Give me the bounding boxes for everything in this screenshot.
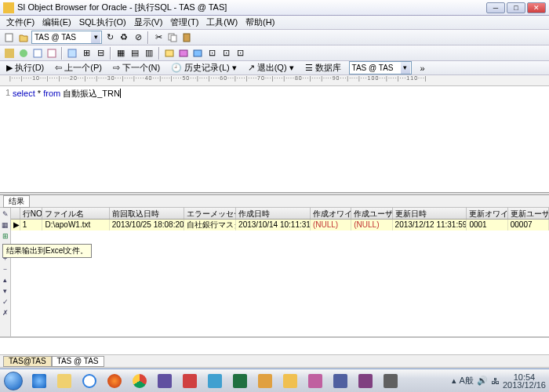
tool-minus-icon[interactable]: － xyxy=(1,264,10,274)
result-grid[interactable]: 行NOファイル名前回取込日時エラーメッセージ作成日時作成オワイID作成ユーザID… xyxy=(11,208,549,336)
tb-icon-16[interactable]: ⊡ xyxy=(234,47,246,60)
exit-button[interactable]: ↗ 退出(Q) ▾ xyxy=(245,62,297,74)
tb-icon-2[interactable] xyxy=(17,47,30,60)
ime-status[interactable]: A般 xyxy=(460,375,474,387)
cell[interactable]: 1 xyxy=(20,220,43,230)
tray-arrow-icon[interactable]: ▴ xyxy=(452,376,456,386)
tb-icon-1[interactable] xyxy=(3,47,16,60)
tb-icon-7[interactable]: ⊟ xyxy=(94,47,107,60)
cell[interactable]: 2013/10/14 10:11:31 xyxy=(236,220,311,230)
tb-icon-15[interactable]: ⊡ xyxy=(220,47,232,60)
task-firefox-icon[interactable] xyxy=(103,372,126,390)
tool-grid-icon[interactable]: ▦ xyxy=(1,220,10,230)
tool-excel-icon[interactable]: ⊞ xyxy=(1,231,10,241)
tb-icon-5[interactable] xyxy=(66,47,78,60)
close-button[interactable]: ✕ xyxy=(527,2,546,13)
new-icon[interactable] xyxy=(3,31,16,44)
menu-item-4[interactable]: 管理(T) xyxy=(167,16,202,29)
cell[interactable]: D:\apoW1.txt xyxy=(42,220,109,230)
cell[interactable]: (NULL) xyxy=(351,220,392,230)
schema-button[interactable]: ☰ 数据库 xyxy=(302,62,344,74)
col-header[interactable] xyxy=(11,208,20,219)
tray-vol-icon[interactable]: 🔊 xyxy=(477,376,488,386)
menu-item-2[interactable]: SQL执行(O) xyxy=(76,16,129,29)
task-app6-icon[interactable] xyxy=(304,372,327,390)
nav-icon-extra[interactable]: » xyxy=(416,62,429,74)
task-app4-icon[interactable] xyxy=(253,372,277,390)
menu-item-1[interactable]: 编辑(E) xyxy=(39,16,75,29)
stop-icon[interactable]: ⊘ xyxy=(132,31,144,44)
minimize-button[interactable]: ─ xyxy=(486,2,505,13)
tray-net-icon[interactable]: 🖧 xyxy=(491,376,500,386)
conn-tab-2[interactable]: TAS @ TAS xyxy=(52,356,104,367)
paste-icon[interactable] xyxy=(180,31,193,44)
tb-icon-8[interactable]: ▦ xyxy=(115,47,127,60)
next-button[interactable]: ⇨ 下一个(N) xyxy=(110,62,163,74)
task-app7-icon[interactable] xyxy=(329,372,352,390)
sql-editor[interactable]: 1 select * from 自動振込_TRN xyxy=(0,86,549,192)
cell[interactable]: 0001 xyxy=(467,220,507,230)
col-header[interactable]: 前回取込日時 xyxy=(110,208,184,219)
task-ie-icon[interactable] xyxy=(27,372,51,390)
col-header[interactable]: 行NO xyxy=(20,208,43,219)
tool-edit-icon[interactable]: ✎ xyxy=(1,209,10,219)
copy-icon[interactable] xyxy=(166,31,179,44)
tb-icon-14[interactable]: ⊡ xyxy=(205,47,218,60)
tool-down-icon[interactable]: ▾ xyxy=(1,286,10,296)
menu-item-5[interactable]: 工具(W) xyxy=(203,16,241,29)
tb-icon-10[interactable]: ▥ xyxy=(143,47,155,60)
task-app8-icon[interactable] xyxy=(354,372,377,390)
refresh-icon[interactable]: ↻ xyxy=(104,31,116,44)
tray-clock[interactable]: 10:54 2013/12/16 xyxy=(503,373,546,389)
cell[interactable]: (NULL) xyxy=(311,220,351,230)
col-header[interactable]: エラーメッセージ xyxy=(184,208,236,219)
tb-icon-6[interactable]: ⊞ xyxy=(80,47,93,60)
task-chrome-icon[interactable] xyxy=(128,372,151,390)
task-excel-icon[interactable] xyxy=(228,372,252,390)
tb-icon-9[interactable]: ▤ xyxy=(129,47,141,60)
maximize-button[interactable]: □ xyxy=(507,2,525,13)
cell[interactable]: 2013/12/12 11:31:59 xyxy=(393,220,467,230)
task-app2-icon[interactable] xyxy=(178,372,202,390)
menu-item-0[interactable]: 文件(F) xyxy=(3,16,38,29)
tool-check-icon[interactable]: ✓ xyxy=(1,297,10,307)
task-app9-icon[interactable] xyxy=(379,372,402,390)
tool-up-icon[interactable]: ▴ xyxy=(1,275,10,285)
start-button[interactable] xyxy=(0,369,27,393)
col-header[interactable]: 更新オワイID xyxy=(467,208,507,219)
tb-icon-4[interactable] xyxy=(45,47,58,60)
col-header[interactable]: 更新日時 xyxy=(393,208,467,219)
col-header[interactable]: 作成オワイID xyxy=(311,208,351,219)
result-tab[interactable]: 结果 xyxy=(3,195,30,208)
connection-combo[interactable]: TAS @ TAS xyxy=(31,31,102,44)
tb-icon-13[interactable] xyxy=(191,47,204,60)
execute-button[interactable]: ▶ 执行(D) xyxy=(3,62,47,74)
history-button[interactable]: 🕘 历史记录(L) ▾ xyxy=(168,62,239,74)
task-explorer-icon[interactable] xyxy=(53,372,76,390)
col-header[interactable]: 作成日時 xyxy=(236,208,311,219)
cell[interactable]: 自社銀行マスタエラー xyxy=(184,220,236,230)
task-sogou-icon[interactable] xyxy=(78,372,101,390)
menu-item-6[interactable]: 帮助(H) xyxy=(242,16,278,29)
schema-combo[interactable]: TAS @ TAS xyxy=(349,61,412,74)
tb-icon-3[interactable] xyxy=(31,47,44,60)
task-app1-icon[interactable] xyxy=(153,372,176,390)
conn-tab-1[interactable]: TAS@TAS xyxy=(3,356,52,367)
task-app3-icon[interactable] xyxy=(203,372,227,390)
prev-button[interactable]: ⇦ 上一个(P) xyxy=(52,62,105,74)
cell[interactable]: ▶ xyxy=(11,220,20,230)
open-icon[interactable] xyxy=(17,31,30,44)
col-header[interactable]: 更新ユーザID xyxy=(508,208,549,219)
tb-icon-11[interactable] xyxy=(163,47,176,60)
cell[interactable]: 00007 xyxy=(508,220,549,230)
col-header[interactable]: ファイル名 xyxy=(42,208,109,219)
cell[interactable]: 2013/10/25 18:08:20 xyxy=(110,220,184,230)
task-app5-icon[interactable] xyxy=(278,372,302,390)
tb-icon-12[interactable] xyxy=(177,47,190,60)
recycle-icon[interactable]: ♻ xyxy=(118,31,130,44)
tool-cancel-icon[interactable]: ✗ xyxy=(1,308,10,318)
menu-item-3[interactable]: 显示(V) xyxy=(131,16,166,29)
line-number: 1 xyxy=(3,88,13,191)
col-header[interactable]: 作成ユーザID xyxy=(351,208,392,219)
cut-icon[interactable]: ✂ xyxy=(152,31,165,44)
